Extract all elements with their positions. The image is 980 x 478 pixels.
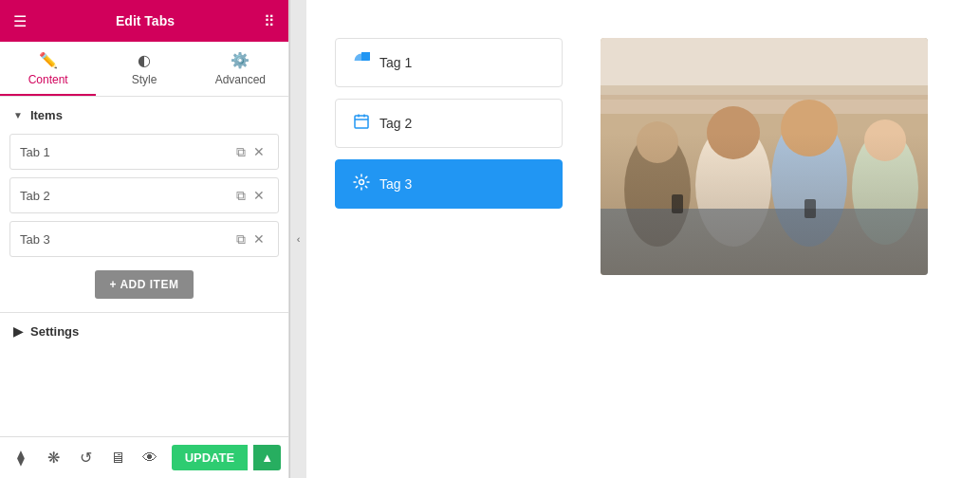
svg-point-10 [695, 123, 771, 247]
svg-rect-19 [804, 199, 816, 218]
tab-advanced-label: Advanced [215, 73, 266, 86]
settings-section-label: Settings [30, 324, 79, 339]
tab-row-1-label: Tab 1 [20, 145, 232, 159]
items-section: ▼ Items Tab 1 ⧉ ✕ Tab 2 ⧉ ✕ Tab 3 [0, 97, 288, 299]
add-item-button[interactable]: + ADD ITEM [95, 270, 194, 299]
advanced-icon: ⚙️ [231, 51, 250, 69]
tab-row-3-copy-button[interactable]: ⧉ [232, 231, 250, 248]
tag-1-icon [353, 52, 370, 73]
tab-style[interactable]: ◐ Style [96, 42, 192, 96]
svg-rect-0 [355, 116, 368, 128]
main-area: Tag 1 Tag 2 [306, 0, 980, 478]
tab-content[interactable]: ✏️ Content [0, 42, 96, 96]
tab-row: Tab 1 ⧉ ✕ [9, 134, 279, 170]
tab-content-label: Content [28, 73, 68, 86]
stack-icon[interactable]: ❋ [40, 445, 66, 471]
tag-2-icon [353, 113, 370, 134]
settings-arrow-icon: ▶ [13, 324, 23, 339]
tab-row-1-copy-button[interactable]: ⧉ [232, 144, 250, 160]
settings-section: ▶ Settings [0, 313, 288, 350]
update-arrow-button[interactable]: ▲ [253, 445, 281, 470]
svg-rect-17 [601, 85, 928, 100]
svg-rect-7 [601, 95, 928, 209]
tab-advanced[interactable]: ⚙️ Advanced [193, 42, 288, 96]
bottom-bar: ⧫ ❋ ↺ 🖥 👁 UPDATE ▲ [0, 436, 288, 478]
svg-point-12 [771, 114, 847, 247]
svg-point-11 [707, 106, 760, 159]
tab-row-2-copy-button[interactable]: ⧉ [232, 188, 250, 204]
undo-icon[interactable]: ↺ [72, 445, 99, 471]
tags-container: Tag 1 Tag 2 [335, 38, 563, 209]
items-arrow-icon: ▼ [13, 110, 23, 120]
svg-point-9 [637, 121, 678, 163]
editor-tabs: ✏️ Content ◐ Style ⚙️ Advanced [0, 42, 288, 97]
collapse-handle[interactable]: ‹ [289, 0, 306, 478]
tag-card-2[interactable]: Tag 2 [335, 99, 563, 148]
svg-rect-16 [601, 209, 928, 275]
items-section-label: Items [30, 108, 63, 122]
tab-row-1-delete-button[interactable]: ✕ [250, 144, 268, 159]
update-button[interactable]: UPDATE [172, 445, 248, 470]
tab-row-3-label: Tab 3 [20, 232, 232, 247]
left-panel: ☰ Edit Tabs ⠿ ✏️ Content ◐ Style ⚙️ Adva… [0, 0, 289, 478]
tab-style-label: Style [132, 73, 157, 86]
layers-icon[interactable]: ⧫ [8, 445, 34, 471]
eye-icon[interactable]: 👁 [137, 445, 163, 471]
content-icon: ✏️ [39, 51, 58, 69]
svg-point-14 [852, 131, 918, 245]
tag-1-label: Tag 1 [379, 55, 412, 70]
tab-row-3-delete-button[interactable]: ✕ [250, 231, 268, 247]
items-section-header[interactable]: ▼ Items [0, 97, 288, 134]
tag-card-3[interactable]: Tag 3 [335, 159, 563, 209]
tab-row-2-label: Tab 2 [20, 189, 232, 203]
svg-point-8 [624, 133, 691, 247]
panel-content: ▼ Items Tab 1 ⧉ ✕ Tab 2 ⧉ ✕ Tab 3 [0, 97, 288, 436]
tag-3-icon [353, 174, 370, 194]
grid-icon[interactable]: ⠿ [264, 12, 275, 30]
tab-row-2-delete-button[interactable]: ✕ [250, 188, 268, 203]
svg-point-4 [360, 180, 364, 185]
preview-image [601, 38, 928, 275]
panel-title: Edit Tabs [116, 13, 175, 28]
settings-section-header[interactable]: ▶ Settings [0, 313, 288, 350]
panel-header: ☰ Edit Tabs ⠿ [0, 0, 288, 42]
svg-rect-18 [672, 194, 683, 213]
tab-row: Tab 3 ⧉ ✕ [9, 221, 279, 257]
tag-2-label: Tag 2 [379, 116, 412, 131]
style-icon: ◐ [138, 51, 151, 69]
tag-card-1[interactable]: Tag 1 [335, 38, 563, 87]
tab-rows-list: Tab 1 ⧉ ✕ Tab 2 ⧉ ✕ Tab 3 ⧉ ✕ [0, 134, 288, 257]
tag-3-label: Tag 3 [379, 176, 412, 192]
tab-row: Tab 2 ⧉ ✕ [9, 177, 279, 213]
hamburger-icon[interactable]: ☰ [13, 12, 27, 30]
svg-point-13 [781, 100, 838, 156]
svg-point-15 [864, 120, 906, 161]
desktop-icon[interactable]: 🖥 [104, 445, 131, 471]
